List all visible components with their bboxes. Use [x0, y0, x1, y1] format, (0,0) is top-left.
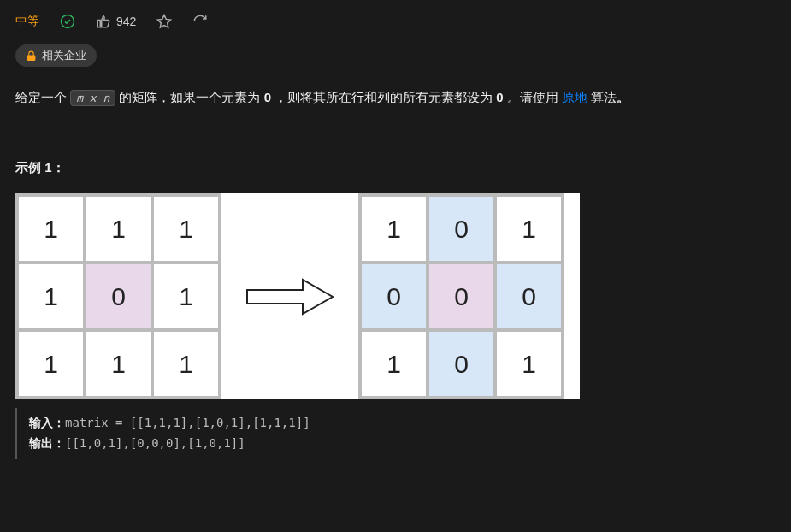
companies-tag-label: 相关企业 — [42, 48, 86, 63]
like-button[interactable]: 942 — [96, 14, 136, 29]
example1-figure: 111101111 101000101 — [15, 193, 580, 399]
matrix-output: 101000101 — [358, 193, 564, 399]
arrow-icon — [239, 267, 341, 327]
likes-count: 942 — [116, 15, 136, 28]
matrix-cell: 1 — [154, 332, 218, 396]
matrix-cell: 0 — [362, 264, 426, 328]
code-mn: m x n — [70, 90, 115, 106]
difficulty-label: 中等 — [15, 14, 39, 29]
matrix-cell: 1 — [19, 332, 83, 396]
star-icon — [156, 14, 172, 29]
example1-heading: 示例 1： — [15, 160, 776, 176]
favorite-button[interactable] — [156, 14, 172, 29]
problem-description: 给定一个 m x n 的矩阵，如果一个元素为 0 ，则将其所在行和列的所有元素都… — [15, 86, 776, 109]
matrix-cell: 1 — [86, 197, 151, 261]
matrix-cell: 0 — [429, 332, 493, 396]
input-line: 输入：matrix = [[1,1,1],[1,0,1],[1,1,1]] — [29, 413, 776, 434]
matrix-cell: 1 — [497, 332, 561, 396]
refresh-icon — [192, 14, 208, 29]
output-line: 输出：[[1,0,1],[0,0,0],[1,0,1]] — [29, 434, 776, 454]
matrix-input: 111101111 — [15, 193, 221, 399]
matrix-cell: 1 — [362, 197, 426, 261]
companies-tag[interactable]: 相关企业 — [15, 44, 97, 67]
tags-row: 相关企业 — [15, 44, 776, 67]
matrix-cell: 0 — [429, 264, 493, 328]
lock-icon — [26, 50, 37, 62]
matrix-cell: 1 — [154, 264, 218, 328]
matrix-cell: 1 — [362, 332, 426, 396]
matrix-cell: 0 — [429, 197, 493, 261]
svg-point-0 — [62, 15, 74, 28]
solved-indicator[interactable] — [60, 14, 75, 29]
thumbs-up-icon — [96, 14, 111, 29]
matrix-cell: 1 — [154, 197, 218, 261]
matrix-cell: 1 — [19, 197, 83, 261]
share-button[interactable] — [192, 14, 208, 29]
inplace-link[interactable]: 原地 — [562, 90, 587, 104]
matrix-cell: 0 — [86, 264, 151, 328]
problem-header: 中等 942 — [15, 14, 776, 29]
matrix-cell: 1 — [497, 197, 561, 261]
example1-io: 输入：matrix = [[1,1,1],[1,0,1],[1,1,1]] 输出… — [15, 408, 776, 459]
matrix-cell: 1 — [19, 264, 83, 328]
matrix-cell: 1 — [86, 332, 151, 396]
matrix-cell: 0 — [497, 264, 561, 328]
check-circle-icon — [60, 14, 75, 29]
